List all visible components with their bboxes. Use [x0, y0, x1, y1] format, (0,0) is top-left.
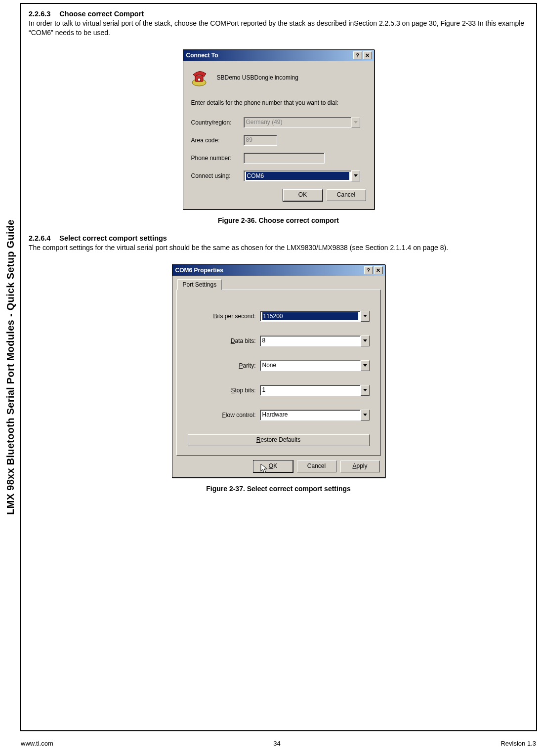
dialog-title: COM6 Properties: [175, 267, 223, 274]
connection-name-label: SBDemo USBDongle incoming: [217, 74, 298, 81]
flow-control-select[interactable]: Hardware: [260, 410, 361, 420]
stop-bits-select[interactable]: 1: [260, 385, 361, 396]
apply-button[interactable]: Apply: [340, 461, 380, 472]
port-settings-panel: Bits per second: 115200 Data bits: 8: [176, 290, 381, 456]
dropdown-icon[interactable]: [361, 336, 370, 346]
com6-properties-dialog: COM6 Properties ? ✕ Port Settings Bits p…: [172, 264, 385, 478]
parity-select[interactable]: None: [260, 360, 361, 371]
dialog-titlebar: Connect To ? ✕: [183, 50, 374, 61]
close-button[interactable]: ✕: [374, 266, 383, 274]
section-number: 2.2.6.4: [29, 234, 50, 242]
restore-defaults-button[interactable]: Restore Defaults: [188, 434, 370, 446]
country-region-select: Germany (49): [244, 117, 351, 128]
body-paragraph: In order to talk to virtual serial port …: [29, 19, 528, 38]
svg-point-2: [198, 78, 201, 81]
cancel-button[interactable]: Cancel: [327, 189, 366, 201]
dropdown-icon: [351, 117, 360, 128]
figure-2-37: COM6 Properties ? ✕ Port Settings Bits p…: [29, 264, 528, 478]
help-button[interactable]: ?: [364, 266, 373, 274]
figure-2-36: Connect To ? ✕ SBDemo: [29, 49, 528, 210]
vertical-page-title: LMX 98xx Bluetooth Serial Port Modules -…: [5, 219, 16, 515]
phone-number-label: Phone number:: [191, 155, 244, 162]
footer-url: www.ti.com: [21, 740, 53, 747]
area-code-input: 89: [244, 135, 277, 146]
tab-port-settings[interactable]: Port Settings: [177, 279, 222, 290]
phone-icon: [191, 68, 212, 87]
ok-button[interactable]: OK: [283, 189, 323, 201]
page-footer: www.ti.com 34 Revision 1.3: [21, 740, 536, 747]
data-bits-select[interactable]: 8: [260, 336, 361, 346]
dropdown-icon[interactable]: [361, 410, 370, 420]
bits-per-second-label: Bits per second:: [188, 313, 260, 320]
flow-control-label: Flow control:: [188, 412, 260, 419]
dropdown-icon[interactable]: [361, 385, 370, 396]
area-code-label: Area code:: [191, 137, 244, 144]
dropdown-icon[interactable]: [361, 360, 370, 371]
dialog-titlebar: COM6 Properties ? ✕: [172, 265, 385, 276]
figure-caption-2-37: Figure 2-37. Select correct comport sett…: [29, 485, 528, 493]
parity-label: Parity:: [188, 362, 260, 369]
section-heading-2-2-6-4: 2.2.6.4Select correct comport settings: [29, 234, 528, 242]
connect-using-select[interactable]: COM6: [244, 170, 351, 181]
connect-using-label: Connect using:: [191, 172, 244, 179]
footer-revision: Revision 1.3: [500, 740, 536, 747]
figure-caption-2-36: Figure 2-36. Choose correct comport: [29, 216, 528, 224]
dropdown-icon[interactable]: [351, 170, 360, 181]
cancel-button[interactable]: Cancel: [297, 461, 336, 472]
phone-number-input: [244, 153, 325, 164]
connect-to-dialog: Connect To ? ✕ SBDemo: [183, 49, 375, 210]
section-title: Select correct comport settings: [59, 234, 167, 242]
section-title: Choose correct Comport: [59, 10, 144, 18]
section-number: 2.2.6.3: [29, 10, 50, 18]
close-button[interactable]: ✕: [363, 51, 372, 59]
data-bits-label: Data bits:: [188, 337, 260, 344]
ok-button[interactable]: OK: [253, 461, 293, 472]
dialog-title: Connect To: [186, 52, 218, 59]
body-paragraph: The comport settings for the virtual ser…: [29, 243, 528, 252]
country-region-label: Country/region:: [191, 119, 244, 126]
section-heading-2-2-6-3: 2.2.6.3Choose correct Comport: [29, 10, 528, 18]
help-button[interactable]: ?: [353, 51, 362, 59]
dropdown-icon[interactable]: [361, 311, 370, 322]
stop-bits-label: Stop bits:: [188, 387, 260, 394]
footer-page-number: 34: [273, 740, 280, 747]
instruction-text: Enter details for the phone number that …: [191, 99, 366, 106]
bits-per-second-select[interactable]: 115200: [260, 311, 361, 322]
